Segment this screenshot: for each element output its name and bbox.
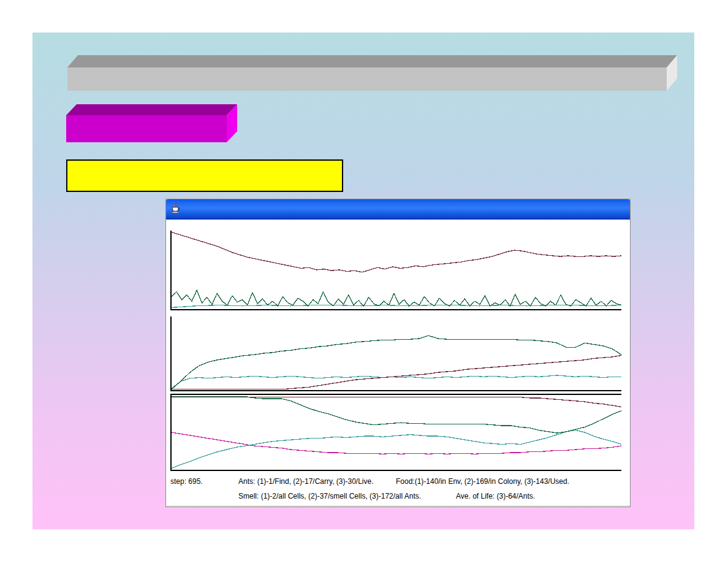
chart-panel-food xyxy=(170,316,621,391)
status-ave-of-life: Ave. of Life: (3)-64/Ants. xyxy=(456,492,535,501)
gray-bar-front-face xyxy=(67,67,667,91)
java-cup-icon xyxy=(170,203,181,214)
java-applet-window: step: 695. Ants: (1)-1/Find, (2)-17/Carr… xyxy=(165,199,631,507)
series-teal-find xyxy=(172,305,621,308)
decoration-magenta-3d-bar xyxy=(66,104,237,142)
series-teal-smell xyxy=(172,430,621,468)
series-teal-in-env xyxy=(172,375,621,389)
window-titlebar[interactable] xyxy=(166,199,630,220)
magenta-bar-front-face xyxy=(66,115,227,142)
series-maroon-smell xyxy=(172,397,621,407)
status-food: Food:(1)-140/in Env, (2)-169/in Colony, … xyxy=(396,477,569,486)
status-smell: Smell: (1)-2/all Cells, (2)-37/smell Cel… xyxy=(238,492,421,501)
presentation-slide: step: 695. Ants: (1)-1/Find, (2)-17/Carr… xyxy=(32,33,694,529)
status-ants: Ants: (1)-1/Find, (2)-17/Carry, (3)-30/L… xyxy=(238,477,374,486)
gray-bar-top-face xyxy=(67,55,677,67)
series-maroon-live xyxy=(172,232,621,272)
decoration-yellow-rect xyxy=(66,159,343,192)
series-green-smell-cells xyxy=(172,396,621,433)
series-green-carry xyxy=(172,290,621,306)
decoration-gray-3d-bar xyxy=(67,55,677,91)
series-maroon-used xyxy=(172,356,621,389)
magenta-bar-top-face xyxy=(66,104,237,115)
status-step-counter: step: 695. xyxy=(170,477,203,486)
chart-panel-ants xyxy=(170,231,621,310)
chart-panel-smell xyxy=(170,394,621,471)
